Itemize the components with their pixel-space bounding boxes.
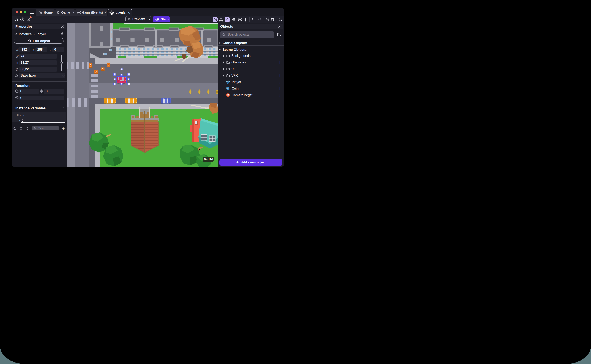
svg-text:29;-116: 29;-116: [204, 158, 213, 161]
